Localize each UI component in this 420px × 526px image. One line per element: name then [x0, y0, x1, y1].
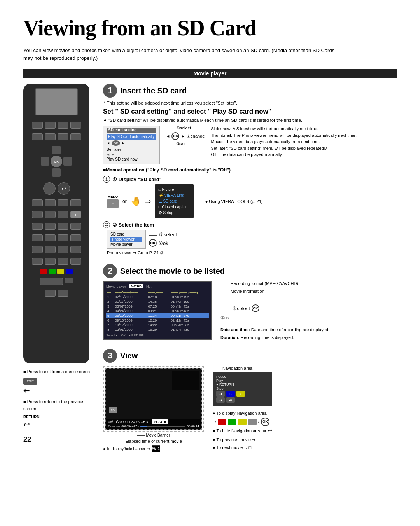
nav-prev-btn[interactable]: ⏮ — [216, 397, 225, 403]
remote-num-15[interactable] — [70, 234, 81, 241]
sb-movie-player[interactable]: Movie player — [110, 242, 142, 247]
nav-cskip-btn[interactable]: B — [226, 391, 235, 397]
remote-btn-3[interactable] — [58, 122, 68, 129]
green-nav-btn[interactable] — [228, 419, 236, 425]
movie-row-7[interactable]: 710/12/200914:2200h04m23s — [106, 323, 209, 327]
sd-setting-area: SD card setting Play SD card automatical… — [103, 126, 397, 164]
remote-num-23[interactable] — [70, 258, 81, 265]
blue-button[interactable] — [66, 269, 73, 274]
progress-bar-fill — [140, 426, 147, 427]
remote-btn-i[interactable]: i — [70, 211, 81, 218]
remote-btn-4[interactable] — [70, 122, 81, 129]
hand-icon: 🤚 — [131, 196, 141, 206]
movie-row-3[interactable]: 303/07/200907:2500h49m43s — [106, 304, 209, 309]
set-later-text: Set later: "SD card setting" menu will b… — [211, 145, 357, 152]
nav-by-btn[interactable]: Y — [236, 391, 245, 397]
movie-list-table: ———/——/————:————h——m——s 102/15/200907:18… — [106, 290, 209, 332]
movie-row-5[interactable]: 506/10/200911:3400h01m27s — [106, 313, 209, 318]
nav-skip-btn[interactable]: ⏮ — [216, 391, 225, 397]
remote-btn-8[interactable] — [70, 133, 81, 140]
remote-wide-btn[interactable] — [40, 278, 63, 285]
remote-num-2[interactable] — [45, 199, 56, 206]
red-button[interactable] — [40, 269, 47, 274]
sd-menu-item-3[interactable]: Play SD card now — [107, 156, 156, 162]
sd-menu-item-2[interactable]: Set later — [107, 147, 156, 152]
remote-num-6[interactable] — [45, 211, 56, 218]
sb-photo-viewer[interactable]: Photo viewer — [110, 237, 142, 242]
remote-num-row-2: i — [32, 211, 81, 218]
yellow-nav-btn[interactable] — [238, 419, 247, 425]
remote-last-2[interactable] — [58, 290, 68, 297]
remote-btn-1[interactable] — [32, 122, 43, 129]
step-1-title: Insert the SD card — [120, 86, 187, 95]
red-nav-btn[interactable] — [218, 419, 226, 425]
duration-val: 00h05m-27s — [121, 425, 138, 428]
remote-btn-7[interactable] — [58, 133, 68, 140]
ok-nav-btn[interactable]: OK — [261, 418, 270, 426]
movie-row-0[interactable]: ———/——/————:————h——m——s — [106, 290, 209, 295]
remote-num-17[interactable] — [45, 246, 56, 253]
remote-control: OK ↩ i — [23, 84, 89, 363]
menu-popup: □ Picture ⚡ VIERA Link ☰ SD card □ Close… — [155, 184, 194, 218]
remote-num-22[interactable] — [58, 258, 68, 265]
step2-labels: —— Recording format (MPEG2/AVCHD) —— Mov… — [220, 281, 329, 340]
dpad-right[interactable] — [63, 157, 72, 166]
remote-num-11[interactable] — [70, 223, 81, 230]
movie-row-6[interactable]: 609/15/200912:2902h12m43s — [106, 318, 209, 323]
remote-small-1[interactable] — [65, 278, 74, 283]
movie-row-8[interactable]: 812/01/200916:2901h04m43s — [106, 327, 209, 332]
movie-row-4[interactable]: 404/24/200909:2101h13m43s — [106, 309, 209, 313]
step-1-title-row: 1 Insert the SD card — [103, 84, 397, 98]
remote-btn-6[interactable] — [45, 133, 56, 140]
duration-label-banner: Duration — [108, 425, 120, 428]
sub-step-1-label: ① Display "SD card" — [112, 176, 162, 182]
remote-num-5[interactable] — [32, 211, 43, 218]
return-icon: ↩ — [23, 420, 95, 429]
dpad-ok[interactable]: OK — [51, 156, 62, 167]
yellow-button[interactable] — [57, 269, 64, 274]
remote-num-7[interactable] — [58, 211, 68, 218]
remote-last-1[interactable] — [45, 290, 56, 297]
remote-num-13[interactable] — [45, 234, 56, 241]
dpad-down[interactable] — [52, 168, 61, 177]
dpad-up[interactable] — [52, 146, 61, 154]
green-button[interactable] — [49, 269, 56, 274]
remote-btn-5[interactable] — [32, 133, 43, 140]
view-screen-area: 06/10/2009 11:34 AVCHD PLAY ▶ Duration 0… — [103, 366, 204, 452]
movie-row-2[interactable]: 201/17/200914:3501h40m19s — [106, 299, 209, 304]
menu-icon: ≡ — [107, 199, 119, 208]
exit-button[interactable]: EXIT — [23, 378, 37, 385]
remote-num-8[interactable] — [32, 223, 43, 230]
remote-num-4[interactable] — [70, 199, 81, 206]
step-2-title-row: 2 Select the movie to be listed — [103, 264, 397, 278]
remote-num-21[interactable] — [45, 258, 56, 265]
remote-num-12[interactable] — [32, 234, 43, 241]
nav-instructions: ● To display Navigation area ⇒ / OK — [213, 409, 272, 452]
remote-btn-2[interactable] — [45, 122, 56, 129]
remote-num-10[interactable] — [58, 223, 68, 230]
nav-next-btn[interactable]: ⏭ — [226, 397, 235, 403]
slideshow-text: Slideshow: A Slideshow will start automa… — [211, 126, 357, 132]
remote-return-btn[interactable]: ↩ — [58, 182, 70, 195]
remote-num-14[interactable] — [58, 234, 68, 241]
sd-menu-item-1[interactable]: Play SD card automatically — [107, 134, 156, 140]
remote-num-19[interactable] — [70, 246, 81, 253]
press-return-block: ■ Press to return to the previous screen… — [23, 398, 95, 429]
step-1: 1 Insert the SD card * This setting will… — [103, 84, 397, 255]
remote-num-row-4 — [32, 234, 81, 241]
remote-num-9[interactable] — [45, 223, 56, 230]
dpad-left[interactable] — [41, 157, 49, 166]
mp-sd-card: ☰ SD card — [159, 198, 190, 204]
view-screen-inner: 06/10/2009 11:34 AVCHD PLAY ▶ Duration 0… — [106, 419, 201, 429]
remote-num-1[interactable] — [32, 199, 43, 206]
movie-row-1[interactable]: 102/15/200907:1801h48m19s — [106, 295, 209, 299]
movie-text: Movie: The video data plays automaticall… — [211, 138, 357, 145]
remote-num-20[interactable] — [32, 258, 43, 265]
remote-num-18[interactable] — [58, 246, 68, 253]
slash-nav-btn[interactable] — [248, 419, 257, 425]
sub-step-2-content: SD card Photo viewer Movie player —— ①se… — [107, 230, 397, 249]
remote-circle-btn[interactable] — [43, 182, 56, 195]
remote-num-3[interactable] — [58, 199, 68, 206]
remote-num-16[interactable] — [32, 246, 43, 253]
ok-label-1: ②ok — [158, 240, 168, 246]
